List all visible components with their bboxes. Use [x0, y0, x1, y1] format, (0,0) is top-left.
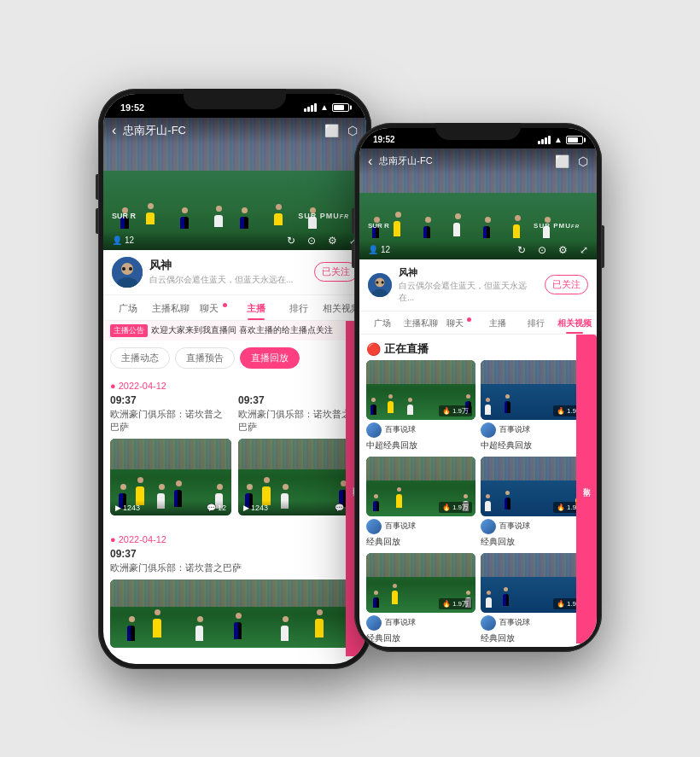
video-list-large: ● 2022-04-12 09:37 欧洲豪门俱乐部：诺坎普之巴萨	[103, 376, 366, 656]
share-icon-large[interactable]: ⬡	[347, 124, 358, 137]
refresh-icon-small[interactable]: ↻	[517, 244, 526, 256]
tab-related-small[interactable]: 相关视频	[555, 312, 593, 334]
tab-rank-large[interactable]: 排行	[277, 295, 320, 320]
tab-private-large[interactable]: 主播私聊	[149, 295, 192, 320]
tab-private-label-large: 主播私聊	[152, 303, 190, 313]
related-info-6: 百事说球	[481, 615, 590, 631]
vol-up-small	[352, 208, 354, 234]
battery-fill-large	[334, 105, 344, 110]
tab-rank-small[interactable]: 排行	[516, 312, 555, 334]
avatar-svg-large	[112, 257, 143, 288]
fire-icon-2: 🔥	[557, 407, 565, 415]
sp4	[453, 217, 460, 236]
video-actions-large: ⬜ ⬡	[324, 124, 358, 137]
status-icons-large: ▲	[304, 102, 349, 112]
phone-large: 19:52 ▲	[98, 89, 371, 669]
related-thumb-5[interactable]: 🔥 1.9万	[366, 553, 475, 613]
fire-icon-1: 🔥	[442, 407, 451, 415]
tab-host-small[interactable]: 主播	[478, 312, 516, 334]
tab-chat-label-large: 聊天	[200, 303, 219, 313]
video-thumb-1-large[interactable]: ▶ 1243 💬 12	[110, 439, 231, 515]
section-title-small: 🔴 正在直播	[359, 335, 597, 360]
battery-large	[332, 103, 349, 112]
vol-up-large	[96, 174, 98, 200]
video-thumb-2-large[interactable]: ▶ 1243 💬 12	[238, 439, 359, 515]
related-item-2: 🔥 1.9万 百事说球 中超经典回放	[481, 360, 590, 451]
tab-chat-large[interactable]: 聊天	[192, 295, 235, 320]
settings-icon-small[interactable]: ⚙	[558, 244, 568, 256]
data-chevron-small: «	[584, 488, 589, 498]
share-icon-small[interactable]: ⬡	[578, 154, 588, 168]
back-icon-small[interactable]: ‹	[368, 154, 372, 169]
tab-chat-dot-small	[467, 317, 471, 322]
bullet-icon-small[interactable]: ⊙	[538, 244, 546, 256]
viewer-count-3: 1.9万	[452, 503, 469, 512]
ann-label-large: 主播公告	[110, 324, 148, 337]
host-name-small: 风神	[399, 266, 538, 279]
announcement-bar-large: 主播公告 欢迎大家来到我直播间 喜欢主播的给主播点关注	[103, 321, 366, 341]
tp14	[281, 620, 289, 641]
vol-down-large	[96, 208, 98, 234]
player-5	[240, 211, 248, 229]
video-title-text-small: 忠南牙山-FC	[379, 154, 432, 167]
bullet-icon-large[interactable]: ⊙	[307, 235, 316, 247]
refresh-icon-large[interactable]: ↻	[287, 235, 295, 247]
related-content-small: 🔴 正在直播	[359, 335, 597, 643]
thumb-crowd-3	[110, 579, 359, 607]
status-icons-small: ▲	[538, 135, 583, 144]
sp2	[394, 215, 400, 236]
field-text-left-small: SUR R	[368, 222, 389, 230]
sub-tab-preview-label-large: 直播预告	[186, 352, 224, 363]
tab-private-small[interactable]: 主播私聊	[401, 312, 440, 334]
video-row-1-large: 09:37 欧洲豪门俱乐部：诺坎普之巴萨	[110, 394, 359, 524]
video-time-3-large: 09:37	[110, 548, 359, 560]
viewer-count-1: 1.9万	[452, 406, 469, 416]
sub-tab-replay-large[interactable]: 直播回放	[240, 347, 300, 369]
related-label-5: 百事说球	[385, 617, 475, 628]
thumb-footer-1-large: ▶ 1243 💬 12	[110, 500, 231, 515]
tp11	[153, 613, 161, 638]
content-large[interactable]: SUR PMUFR SUR R ‹ 忠南牙山-FC ⬜ ⬡	[103, 118, 366, 664]
viewer-number-small: 12	[381, 245, 390, 254]
tab-chat-dot-large	[223, 303, 227, 307]
fullscreen-icon-small[interactable]: ⤢	[580, 244, 588, 256]
related-thumb-2[interactable]: 🔥 1.9万	[481, 360, 590, 420]
video-footer-small: 👤 12 ↻ ⊙ ⚙ ⤢	[359, 241, 597, 259]
related-thumb-6[interactable]: 🔥 1.9万	[481, 553, 590, 613]
back-icon-large[interactable]: ‹	[112, 123, 116, 138]
time-large: 19:52	[120, 102, 144, 113]
vol-down-small	[352, 242, 354, 268]
video-thumb-3-large[interactable]	[110, 579, 359, 648]
sb3	[545, 137, 547, 144]
viewer-count-large: 👤 12	[112, 236, 134, 245]
tab-chat-small[interactable]: 聊天	[440, 312, 478, 334]
tabs-large: 广场 主播私聊 聊天 主播 排行 相关视频	[103, 295, 366, 321]
tp10	[127, 620, 135, 641]
content-small[interactable]: SUR PMUFR SUR R ‹ 忠南牙山-FC ⬜ ⬡	[359, 148, 597, 643]
sub-tab-preview-large[interactable]: 直播预告	[175, 347, 235, 369]
data-sidebar-small[interactable]: 数据 «	[576, 335, 597, 643]
screen-large: 19:52 ▲	[103, 94, 366, 664]
tv-icon-small[interactable]: ⬜	[555, 154, 569, 168]
sp3	[423, 220, 430, 238]
host-avatar-small	[368, 273, 392, 297]
tab-square-small[interactable]: 广场	[363, 312, 401, 334]
related-thumb-4[interactable]: 🔥 1.9万	[481, 457, 590, 516]
settings-icon-large[interactable]: ⚙	[328, 235, 337, 247]
player-2	[146, 207, 155, 224]
tab-square-large[interactable]: 广场	[107, 295, 149, 320]
signal-bar-2	[307, 107, 310, 112]
sub-tab-dynamic-large[interactable]: 主播动态	[110, 347, 170, 369]
field-text-right-small: SUR PMUFR	[534, 222, 580, 230]
related-thumb-1[interactable]: 🔥 1.9万	[366, 360, 475, 420]
host-desc-small: 白云偶尔会遮住蓝天，但蓝天永远在...	[399, 280, 538, 304]
svg-point-9	[382, 281, 384, 283]
tv-icon-large[interactable]: ⬜	[324, 124, 339, 137]
related-thumb-3[interactable]: 🔥 1.9万	[366, 457, 475, 516]
tab-host-large[interactable]: 主播	[235, 295, 277, 320]
related-grid-small: 🔥 1.9万 百事说球 中超经典回放	[359, 360, 597, 643]
field-text-right-large: SUR PMUFR	[298, 212, 349, 220]
small-avatar-5	[366, 615, 382, 631]
follow-button-small[interactable]: 已关注	[545, 275, 588, 294]
viewer-badge-5: 🔥 1.9万	[439, 598, 472, 609]
